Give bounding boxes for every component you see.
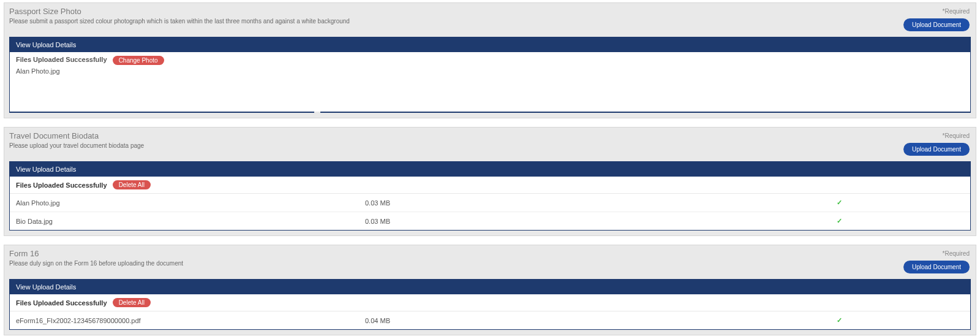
upload-panel: View Upload Details Files Uploaded Succe… — [9, 279, 971, 330]
delete-all-button[interactable]: Delete All — [113, 298, 151, 307]
section-title: Passport Size Photo — [9, 7, 971, 16]
section-passport-photo: Passport Size Photo Please submit a pass… — [4, 2, 976, 118]
section-controls: *Required Upload Document — [903, 132, 970, 156]
file-status — [837, 217, 964, 225]
panel-body: Files Uploaded Successfully Change Photo… — [10, 52, 970, 112]
file-name: Bio Data.jpg — [16, 218, 365, 225]
panel-header[interactable]: View Upload Details — [10, 37, 970, 52]
file-row: eForm16_FIx2002-123456789000000.pdf 0.04… — [10, 311, 970, 329]
section-controls: *Required Upload Document — [903, 8, 970, 31]
upload-panel: View Upload Details Files Uploaded Succe… — [9, 161, 971, 231]
check-icon — [837, 199, 842, 206]
file-size: 0.03 MB — [365, 218, 837, 225]
section-title: Travel Document Biodata — [9, 131, 971, 140]
upload-document-button[interactable]: Upload Document — [903, 18, 970, 31]
section-desc: Please duly sign on the Form 16 before u… — [9, 260, 971, 267]
success-label: Files Uploaded Successfully — [16, 56, 107, 63]
check-icon — [837, 217, 842, 224]
section-controls: *Required Upload Document — [903, 250, 970, 273]
file-name: Alan Photo.jpg — [16, 199, 365, 207]
delete-all-button[interactable]: Delete All — [113, 180, 151, 189]
file-size: 0.03 MB — [365, 199, 837, 207]
file-row: Bio Data.jpg 0.03 MB — [10, 212, 970, 230]
section-desc: Please submit a passport sized colour ph… — [9, 18, 971, 25]
file-status — [837, 199, 964, 207]
panel-bottom-border — [9, 112, 971, 113]
file-size: 0.04 MB — [365, 317, 837, 324]
check-icon — [837, 316, 842, 324]
required-label: *Required — [903, 8, 970, 15]
success-row: Files Uploaded Successfully Change Photo — [16, 56, 964, 65]
panel-header[interactable]: View Upload Details — [10, 162, 970, 177]
file-status — [837, 316, 964, 324]
file-row: Alan Photo.jpg 0.03 MB — [10, 194, 970, 212]
success-row: Files Uploaded Successfully Delete All — [10, 294, 970, 311]
page-root: Passport Size Photo Please submit a pass… — [0, 0, 980, 336]
upload-document-button[interactable]: Upload Document — [903, 143, 970, 156]
upload-panel: View Upload Details Files Uploaded Succe… — [9, 37, 971, 112]
success-label: Files Uploaded Successfully — [16, 181, 107, 189]
section-form16: Form 16 Please duly sign on the Form 16 … — [4, 245, 976, 335]
section-travel-biodata: Travel Document Biodata Please upload yo… — [4, 127, 976, 236]
section-title: Form 16 — [9, 249, 971, 258]
panel-header[interactable]: View Upload Details — [10, 280, 970, 294]
required-label: *Required — [903, 250, 970, 257]
required-label: *Required — [903, 132, 970, 139]
success-row: Files Uploaded Successfully Delete All — [10, 177, 970, 194]
section-desc: Please upload your travel document bioda… — [9, 142, 971, 149]
panel-body: Files Uploaded Successfully Delete All A… — [10, 177, 970, 230]
success-label: Files Uploaded Successfully — [16, 299, 107, 307]
upload-document-button[interactable]: Upload Document — [903, 261, 970, 273]
change-photo-button[interactable]: Change Photo — [113, 56, 164, 65]
panel-body: Files Uploaded Successfully Delete All e… — [10, 294, 970, 329]
file-name: eForm16_FIx2002-123456789000000.pdf — [16, 317, 365, 324]
file-name: Alan Photo.jpg — [16, 67, 964, 75]
